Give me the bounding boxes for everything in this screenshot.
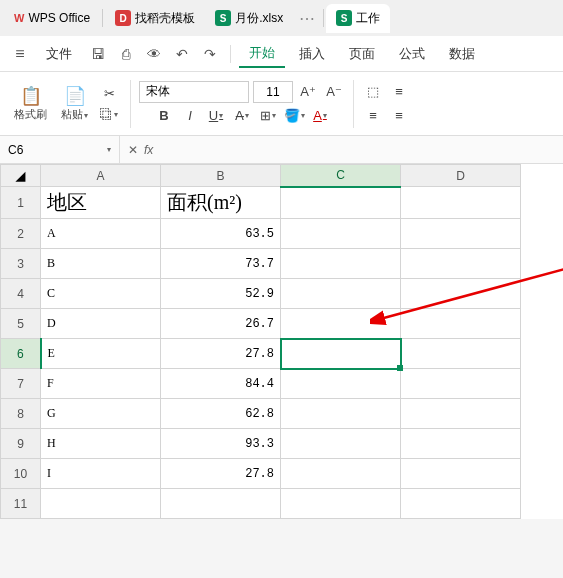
menu-insert[interactable]: 插入: [289, 41, 335, 67]
cell[interactable]: [401, 279, 521, 309]
app-tab[interactable]: W WPS Office: [4, 5, 100, 31]
row-header[interactable]: 10: [1, 459, 41, 489]
cell[interactable]: [401, 369, 521, 399]
cell[interactable]: [281, 399, 401, 429]
cell[interactable]: I: [41, 459, 161, 489]
cell[interactable]: [41, 489, 161, 519]
tab-options-icon[interactable]: ⋯: [293, 9, 321, 28]
row-header[interactable]: 4: [1, 279, 41, 309]
font-size-select[interactable]: [253, 81, 293, 103]
italic-button[interactable]: I: [179, 105, 201, 127]
col-header-A[interactable]: A: [41, 165, 161, 187]
cell[interactable]: E: [41, 339, 161, 369]
cell[interactable]: D: [41, 309, 161, 339]
cell[interactable]: B: [41, 249, 161, 279]
fill-color-button[interactable]: 🪣▾: [283, 105, 305, 127]
cell[interactable]: [281, 489, 401, 519]
save-icon[interactable]: 🖫: [86, 42, 110, 66]
cell[interactable]: [281, 309, 401, 339]
menu-page[interactable]: 页面: [339, 41, 385, 67]
cell-B1[interactable]: 面积(m²): [161, 187, 281, 219]
cell[interactable]: 63.5: [161, 219, 281, 249]
align-center-icon[interactable]: ≡: [388, 105, 410, 127]
font-shrink-button[interactable]: A⁻: [323, 81, 345, 103]
cell[interactable]: G: [41, 399, 161, 429]
copy-icon[interactable]: ⿻▾: [96, 105, 122, 124]
cell[interactable]: [401, 219, 521, 249]
name-box[interactable]: C6 ▾: [0, 136, 120, 163]
cell[interactable]: 52.9: [161, 279, 281, 309]
cell[interactable]: [401, 339, 521, 369]
row-header[interactable]: 9: [1, 429, 41, 459]
cell-C6-selected[interactable]: [281, 339, 401, 369]
paste-button[interactable]: 📄 粘贴▾: [55, 83, 94, 124]
print-icon[interactable]: ⎙: [114, 42, 138, 66]
cell[interactable]: 26.7: [161, 309, 281, 339]
preview-icon[interactable]: 👁: [142, 42, 166, 66]
cell[interactable]: C: [41, 279, 161, 309]
cell[interactable]: [401, 399, 521, 429]
cancel-icon[interactable]: ✕: [128, 143, 138, 157]
cell[interactable]: H: [41, 429, 161, 459]
row-header[interactable]: 7: [1, 369, 41, 399]
menu-file[interactable]: 文件: [36, 41, 82, 67]
redo-icon[interactable]: ↷: [198, 42, 222, 66]
row-header[interactable]: 3: [1, 249, 41, 279]
col-header-C[interactable]: C: [281, 165, 401, 187]
row-header[interactable]: 11: [1, 489, 41, 519]
cell[interactable]: [401, 459, 521, 489]
row-header[interactable]: 8: [1, 399, 41, 429]
align-top-icon[interactable]: ⬚: [362, 81, 384, 103]
cell[interactable]: [281, 279, 401, 309]
row-header[interactable]: 1: [1, 187, 41, 219]
align-middle-icon[interactable]: ≡: [388, 81, 410, 103]
cell[interactable]: 93.3: [161, 429, 281, 459]
cell[interactable]: [401, 309, 521, 339]
menu-formula[interactable]: 公式: [389, 41, 435, 67]
cut-icon[interactable]: ✂: [100, 84, 119, 103]
col-header-B[interactable]: B: [161, 165, 281, 187]
cell[interactable]: [281, 219, 401, 249]
cell[interactable]: [281, 249, 401, 279]
cell[interactable]: [401, 429, 521, 459]
row-header[interactable]: 6: [1, 339, 41, 369]
tab-templates[interactable]: D 找稻壳模板: [105, 4, 205, 33]
table-row: 7F84.4: [1, 369, 521, 399]
cell[interactable]: 73.7: [161, 249, 281, 279]
cell[interactable]: 84.4: [161, 369, 281, 399]
cell-A1[interactable]: 地区: [41, 187, 161, 219]
cell[interactable]: [401, 249, 521, 279]
col-header-D[interactable]: D: [401, 165, 521, 187]
bold-button[interactable]: B: [153, 105, 175, 127]
cell[interactable]: F: [41, 369, 161, 399]
borders-button[interactable]: ⊞▾: [257, 105, 279, 127]
cell[interactable]: 62.8: [161, 399, 281, 429]
undo-icon[interactable]: ↶: [170, 42, 194, 66]
cell-C1[interactable]: [281, 187, 401, 219]
cell[interactable]: [401, 489, 521, 519]
font-name-select[interactable]: [139, 81, 249, 103]
strikethrough-button[interactable]: A̶▾: [231, 105, 253, 127]
format-painter-button[interactable]: 📋 格式刷: [8, 83, 53, 124]
font-grow-button[interactable]: A⁺: [297, 81, 319, 103]
select-all-corner[interactable]: ◢: [1, 165, 41, 187]
font-color-button[interactable]: A▾: [309, 105, 331, 127]
cell[interactable]: 27.8: [161, 459, 281, 489]
hamburger-icon[interactable]: ≡: [8, 42, 32, 66]
cell[interactable]: [281, 459, 401, 489]
row-header[interactable]: 2: [1, 219, 41, 249]
align-left-icon[interactable]: ≡: [362, 105, 384, 127]
fx-label[interactable]: fx: [144, 143, 153, 157]
tab-work[interactable]: S 工作: [326, 4, 390, 33]
menu-data[interactable]: 数据: [439, 41, 485, 67]
cell-D1[interactable]: [401, 187, 521, 219]
tab-month-xlsx[interactable]: S 月份.xlsx: [205, 4, 293, 33]
cell[interactable]: A: [41, 219, 161, 249]
underline-button[interactable]: U▾: [205, 105, 227, 127]
cell[interactable]: 27.8: [161, 339, 281, 369]
cell[interactable]: [281, 369, 401, 399]
cell[interactable]: [281, 429, 401, 459]
row-header[interactable]: 5: [1, 309, 41, 339]
cell[interactable]: [161, 489, 281, 519]
menu-start[interactable]: 开始: [239, 40, 285, 68]
